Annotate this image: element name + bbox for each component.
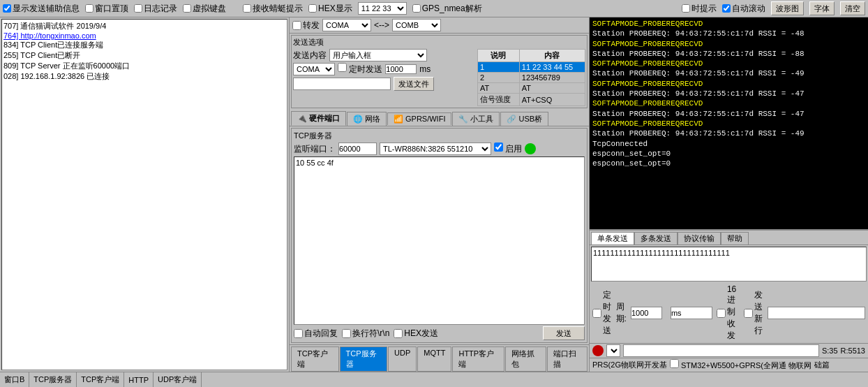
tab-udp[interactable]: UDP: [388, 346, 417, 372]
status-select[interactable]: ▼: [606, 344, 620, 357]
send-file-button[interactable]: 发送文件: [394, 77, 434, 91]
auto-reply-label[interactable]: 自动回复: [294, 328, 338, 339]
tab-tools[interactable]: 🔧 小工具: [452, 112, 500, 126]
gps-nmea-checkbox[interactable]: [412, 4, 421, 13]
listen-port-label: 监听端口：: [294, 143, 336, 155]
forward-label[interactable]: 转发: [292, 20, 320, 31]
right-log-line-13: TcpConnected: [592, 139, 865, 149]
hex-display-label[interactable]: HEX显示: [308, 3, 352, 15]
time-hint-checkbox[interactable]: [682, 4, 690, 13]
tabs-row: 🔌 硬件端口 🌐 网络 📶 GPRS/WIFI 🔧 小工具 🔗 USB桥: [290, 110, 589, 126]
send-table: 说明 内容 1 11 22 33 44 55 2 123456789: [477, 49, 585, 106]
bottom-info-text-3: 础篇: [814, 360, 830, 370]
stm32-checkbox[interactable]: [670, 359, 679, 368]
port-icon: 🔌: [297, 114, 307, 123]
hex-display-checkbox[interactable]: [308, 4, 317, 13]
bottom-bar: 窗口B TCP服务器 TCP客户端 HTTP UDP客户端: [0, 372, 868, 387]
tab-single-send[interactable]: 单条发送: [591, 232, 634, 244]
table-row[interactable]: 2 123456789: [478, 73, 585, 83]
extra-input[interactable]: [768, 307, 865, 319]
virtual-kb-checkbox[interactable]: [183, 4, 191, 13]
listen-port-input[interactable]: [338, 143, 377, 155]
window-top-checkbox[interactable]: [85, 4, 93, 13]
recv-snake-text: 接收蜻蜓提示: [253, 3, 303, 15]
tab-protocol-transfer[interactable]: 协议传输: [678, 232, 721, 244]
period-input[interactable]: [631, 307, 662, 319]
hex-send-label[interactable]: HEX发送: [394, 328, 438, 339]
tab-mqtt[interactable]: MQTT: [417, 346, 451, 372]
send-newline-checkbox[interactable]: [744, 309, 753, 318]
table-cell-content: 123456789: [519, 73, 585, 83]
tab-network-capture[interactable]: 网络抓包: [505, 346, 546, 372]
timed-interval-input[interactable]: [385, 64, 417, 74]
tab-gprs[interactable]: 📶 GPRS/WIFI: [387, 112, 451, 125]
hex-value-select[interactable]: 11 22 33: [358, 2, 407, 15]
recv-snake-checkbox[interactable]: [243, 4, 251, 13]
bottom-info-bar: PRS(2G物联网开发基 STM32+W5500+GPRS(全网通 物联网 础篇: [590, 358, 868, 372]
hex-input-text: 16进制收发: [727, 284, 740, 342]
show-send-help-checkbox[interactable]: [3, 4, 11, 13]
show-send-help-text: 显示发送辅助信息: [13, 3, 80, 15]
com-a-select[interactable]: COMA: [322, 19, 371, 31]
start-checkbox[interactable]: [494, 143, 503, 152]
log-record-label[interactable]: 日志记录: [134, 3, 177, 15]
tab-usb-label: USB桥: [518, 114, 542, 124]
show-send-help-label[interactable]: 显示发送辅助信息: [3, 3, 80, 15]
clear-button[interactable]: 清空: [840, 1, 865, 15]
auto-scroll-label[interactable]: 自动滚动: [722, 3, 765, 15]
timed-send-right-text: 定时发送: [603, 289, 612, 337]
timed-send-checkbox[interactable]: [338, 63, 347, 72]
newline-checkbox[interactable]: [342, 329, 351, 338]
table-row[interactable]: 信号强度 AT+CSQ: [478, 94, 585, 106]
forward-text: 转发: [303, 20, 320, 31]
window-top-label[interactable]: 窗口置顶: [85, 3, 128, 15]
tab-help[interactable]: 帮助: [721, 232, 749, 244]
tab-hardware-port[interactable]: 🔌 硬件端口: [291, 111, 346, 126]
auto-scroll-text: 自动滚动: [732, 3, 765, 15]
tab-port-scan[interactable]: 端口扫描: [547, 346, 588, 372]
newline-label[interactable]: 换行符\r\n: [342, 328, 389, 339]
send-content-select[interactable]: 用户输入框: [329, 49, 427, 61]
timed-send-right-checkbox[interactable]: [592, 309, 601, 318]
start-text: 启用: [505, 144, 522, 154]
tab-http-client[interactable]: HTTP客户端: [452, 346, 504, 372]
tab-tcp-server[interactable]: TCP服务器: [340, 346, 388, 372]
stm32-label[interactable]: STM32+W5500+GPRS(全网通 物联网: [670, 359, 811, 371]
client-select[interactable]: TL-WR886N:3826 551210: [380, 143, 491, 155]
virtual-kb-label[interactable]: 虚拟键盘: [183, 3, 226, 15]
right-log-line-11: SOFTAPMODE_PROBEREQRECVD: [592, 119, 865, 129]
hex-send-checkbox[interactable]: [394, 329, 403, 338]
table-row[interactable]: 1 11 22 33 44 55: [478, 62, 585, 73]
log-line-5: 809] TCP Server 正在监听60000端口: [3, 61, 285, 71]
waveform-button[interactable]: 波形图: [771, 1, 804, 15]
send-newline-label[interactable]: 发送新行: [744, 289, 763, 337]
font-button[interactable]: 字体: [809, 1, 835, 15]
tab-network[interactable]: 🌐 网络: [347, 112, 387, 126]
gps-nmea-label[interactable]: GPS_nmea解析: [412, 3, 482, 15]
time-hint-label[interactable]: 时提示: [682, 3, 717, 15]
table-row[interactable]: AT AT: [478, 83, 585, 94]
recv-snake-label[interactable]: 接收蜻蜓提示: [243, 3, 303, 15]
tab-usb[interactable]: 🔗 USB桥: [500, 112, 548, 126]
auto-reply-checkbox[interactable]: [294, 329, 303, 338]
right-send-area[interactable]: 11111111111111111111111111111111: [591, 247, 867, 282]
log-link[interactable]: 764] http://tongxinmao.com: [3, 31, 96, 40]
send-options-box: 发送选项 发送内容 用户输入框 COMA: [291, 35, 588, 108]
send-file-path-input[interactable]: [293, 78, 391, 90]
forward-checkbox[interactable]: [292, 21, 301, 30]
hex-input-checkbox[interactable]: [717, 309, 726, 318]
log-record-checkbox[interactable]: [134, 4, 142, 13]
tab-multi-send[interactable]: 多条发送: [634, 232, 678, 244]
hex-input-label[interactable]: 16进制收发: [717, 284, 740, 342]
port-select[interactable]: COMA: [293, 63, 335, 75]
auto-scroll-checkbox[interactable]: [722, 4, 731, 13]
tcp-send-button[interactable]: 发送: [543, 326, 585, 340]
timed-send-label[interactable]: 定时发送: [338, 63, 382, 75]
start-label[interactable]: 启用: [494, 143, 522, 155]
com-b-select[interactable]: COMB: [392, 19, 441, 31]
s-label: S:35: [822, 346, 838, 355]
url-input[interactable]: www.openedv.com: [623, 344, 819, 357]
tcp-server-box: TCP服务器 监听端口： TL-WR886N:3826 551210 启用 10…: [291, 128, 588, 343]
tab-tcp-client[interactable]: TCP客户端: [291, 346, 339, 372]
timed-send-right-label[interactable]: 定时发送: [592, 289, 612, 337]
